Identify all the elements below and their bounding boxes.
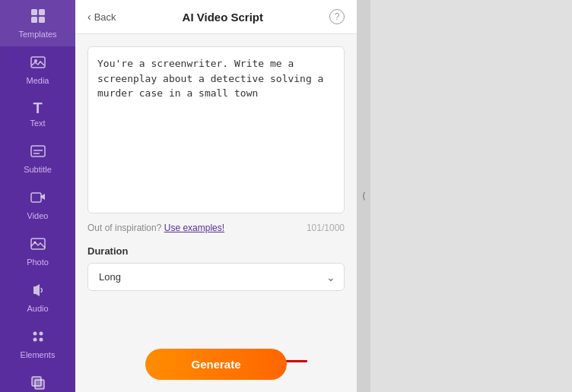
- sidebar-item-templates[interactable]: Templates: [0, 0, 75, 46]
- elements-icon: [30, 328, 46, 347]
- sidebar-item-audio[interactable]: Audio: [0, 274, 75, 321]
- svg-point-11: [33, 242, 36, 244]
- char-count: 101/1000: [307, 223, 345, 233]
- svg-rect-4: [31, 57, 45, 68]
- preview-canvas: [370, 0, 572, 392]
- panel: ‹ Back AI Video Script ? Out of inspirat…: [75, 0, 357, 392]
- back-label: Back: [94, 11, 116, 23]
- sidebar-item-elements[interactable]: Elements: [0, 321, 75, 367]
- textarea-footer: Out of inspiration? Use examples! 101/10…: [87, 223, 345, 233]
- svg-rect-0: [31, 9, 37, 15]
- script-textarea[interactable]: [87, 46, 345, 213]
- duration-select[interactable]: Short Medium Long: [87, 263, 345, 291]
- help-icon-label: ?: [335, 11, 340, 22]
- preview-area: ⟨: [357, 0, 572, 392]
- sidebar-label-media: Media: [27, 76, 49, 85]
- back-button[interactable]: ‹ Back: [87, 11, 116, 23]
- templates-icon: [30, 8, 46, 27]
- svg-rect-2: [31, 17, 37, 23]
- sidebar: Templates Media T Text Subtitle: [0, 0, 75, 392]
- svg-rect-6: [31, 146, 45, 156]
- media-icon: [30, 54, 46, 73]
- duration-select-wrapper: Short Medium Long ⌄: [87, 263, 345, 291]
- sidebar-item-text[interactable]: T Text: [0, 93, 75, 135]
- svg-rect-1: [39, 9, 45, 15]
- svg-point-14: [33, 338, 37, 342]
- sidebar-label-elements: Elements: [21, 350, 56, 359]
- collapse-icon: ⟨: [362, 191, 366, 201]
- svg-rect-9: [31, 193, 41, 202]
- sidebar-label-audio: Audio: [27, 304, 48, 313]
- sidebar-label-video: Video: [27, 211, 49, 220]
- help-button[interactable]: ?: [329, 9, 345, 24]
- svg-rect-17: [35, 380, 44, 389]
- sidebar-item-overlays[interactable]: Overlays: [0, 367, 75, 392]
- photo-icon: [30, 236, 46, 254]
- video-icon: [30, 189, 46, 208]
- svg-point-15: [39, 338, 43, 342]
- overlays-icon: [30, 375, 46, 392]
- subtitle-icon: [30, 143, 46, 162]
- sidebar-label-text: Text: [30, 119, 45, 128]
- sidebar-label-photo: Photo: [27, 258, 49, 267]
- collapse-button[interactable]: ⟨: [357, 0, 370, 392]
- back-chevron-icon: ‹: [87, 11, 91, 23]
- panel-body: Out of inspiration? Use examples! 101/10…: [75, 34, 357, 340]
- sidebar-label-subtitle: Subtitle: [24, 165, 52, 174]
- sidebar-item-subtitle[interactable]: Subtitle: [0, 135, 75, 182]
- sidebar-item-video[interactable]: Video: [0, 182, 75, 228]
- use-examples-link[interactable]: Use examples!: [164, 223, 224, 233]
- inspiration-text: Out of inspiration? Use examples!: [87, 223, 224, 233]
- duration-label: Duration: [87, 245, 345, 257]
- sidebar-label-templates: Templates: [18, 30, 56, 39]
- svg-point-13: [39, 332, 43, 336]
- svg-point-12: [33, 332, 37, 336]
- sidebar-item-photo[interactable]: Photo: [0, 228, 75, 274]
- panel-title: AI Video Script: [116, 11, 329, 24]
- sidebar-item-media[interactable]: Media: [0, 46, 75, 93]
- generate-area: Generate: [75, 340, 357, 392]
- generate-button[interactable]: Generate: [145, 349, 286, 380]
- text-icon: T: [33, 100, 42, 115]
- svg-rect-3: [39, 17, 45, 23]
- audio-icon: [30, 282, 46, 301]
- panel-header: ‹ Back AI Video Script ?: [75, 0, 357, 34]
